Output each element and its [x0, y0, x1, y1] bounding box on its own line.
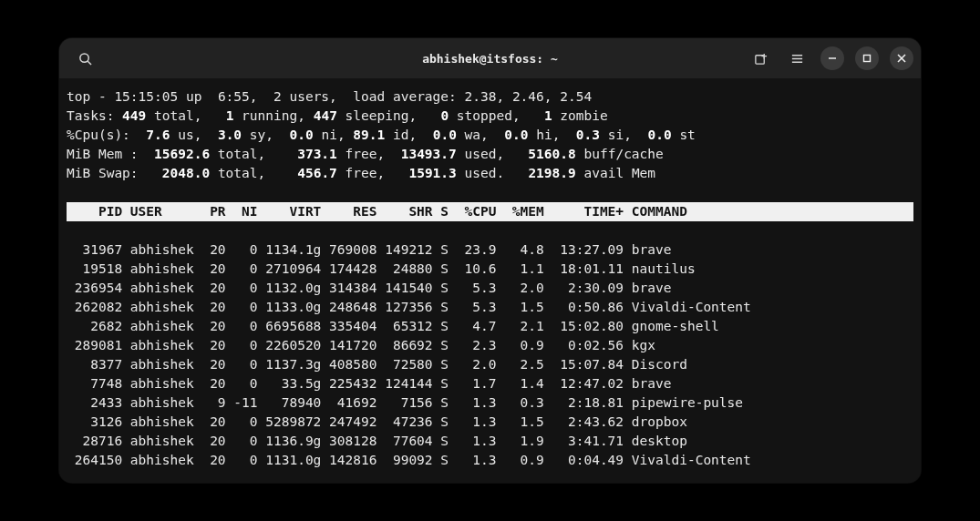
search-icon[interactable]: [72, 46, 98, 71]
svg-rect-9: [864, 56, 871, 62]
terminal-window: abhishek@itsfoss: ~ top - 15:15:05 up 6:…: [59, 38, 921, 483]
process-table-header: PID USER PR NI VIRT RES SHR S %CPU %MEM …: [67, 202, 913, 221]
titlebar: abhishek@itsfoss: ~: [59, 38, 921, 78]
top-summary-line: top - 15:15:05 up 6:55, 2 users, load av…: [67, 89, 592, 104]
new-tab-icon[interactable]: [748, 46, 773, 71]
hamburger-menu-icon[interactable]: [784, 46, 810, 71]
terminal-output[interactable]: top - 15:15:05 up 6:55, 2 users, load av…: [59, 78, 921, 483]
minimize-button[interactable]: [820, 46, 844, 70]
process-table-body: 31967 abhishek 20 0 1134.1g 769008 14921…: [67, 242, 751, 467]
swap-line: MiB Swap: 2048.0 total, 456.7 free, 1591…: [67, 166, 655, 180]
svg-point-0: [79, 53, 88, 61]
close-button[interactable]: [890, 46, 913, 70]
cpu-line: %Cpu(s): 7.6 us, 3.0 sy, 0.0 ni, 89.1 id…: [67, 128, 696, 142]
mem-line: MiB Mem : 15692.6 total, 373.1 free, 134…: [67, 147, 664, 161]
svg-line-1: [88, 61, 91, 65]
maximize-button[interactable]: [855, 46, 879, 70]
tasks-line: Tasks: 449 total, 1 running, 447 sleepin…: [67, 108, 608, 123]
